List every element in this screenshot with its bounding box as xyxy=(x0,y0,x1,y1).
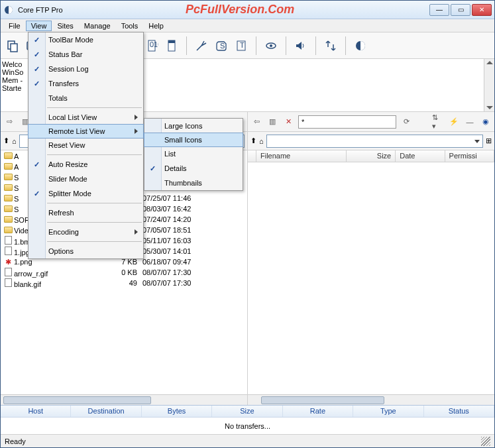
col-filename[interactable]: Filename xyxy=(256,150,347,162)
local-hscroll[interactable] xyxy=(1,394,247,405)
menuitem-slider-mode[interactable]: Slider Mode xyxy=(28,172,143,186)
submenuitem-large-icons[interactable]: Large Icons xyxy=(144,119,243,133)
maximize-button[interactable]: ▭ xyxy=(451,4,470,16)
app-icon xyxy=(3,5,14,15)
local-home-icon[interactable]: ⌂ xyxy=(12,137,17,145)
file-row[interactable]: blank.gif4908/07/07 17:30 xyxy=(1,278,247,288)
menuitem-refresh[interactable]: Refresh xyxy=(28,205,143,220)
transfer-queue: Host Destination Bytes Size Rate Type St… xyxy=(1,405,494,434)
qcol-size[interactable]: Size xyxy=(212,406,282,417)
globe-icon[interactable] xyxy=(351,36,370,55)
menu-help[interactable]: Help xyxy=(143,21,169,31)
menuitem-encoding[interactable]: Encoding xyxy=(28,225,143,239)
remote-refresh-icon[interactable]: ⟳ xyxy=(400,116,412,128)
col-date[interactable]: Date xyxy=(396,150,445,162)
menuitem-reset-view[interactable]: Reset View xyxy=(28,138,143,152)
remote-action-icon[interactable]: ⚡ xyxy=(448,116,460,128)
local-up-icon[interactable]: ⬆ xyxy=(3,137,9,145)
submenuitem-small-icons[interactable]: Small Icons xyxy=(144,133,243,147)
svg-text:S: S xyxy=(220,42,225,50)
menuitem-auto-resize[interactable]: Auto Resize xyxy=(28,157,143,172)
remote-filter-input[interactable] xyxy=(298,115,396,129)
menuitem-toolbar-mode[interactable]: ToolBar Mode xyxy=(28,32,143,47)
view-icon[interactable] xyxy=(262,36,280,55)
remote-delete-icon[interactable]: ✕ xyxy=(282,116,294,128)
remote-toolbar: ⇦ ▥ ✕ ⟳ ⇅ ▾ ⚡ — ◉ xyxy=(248,112,494,132)
remote-up-icon[interactable]: ⬆ xyxy=(250,137,256,145)
qcol-type[interactable]: Type xyxy=(353,406,423,417)
remote-stop-icon[interactable]: ◉ xyxy=(480,116,492,128)
submenuitem-thumbnails[interactable]: Thumbnails xyxy=(144,176,243,190)
svg-rect-2 xyxy=(11,44,17,52)
svg-text:010: 010 xyxy=(150,40,158,48)
remote-nav: ⬆ ⌂ ⊞ xyxy=(248,132,494,150)
template-icon[interactable]: T xyxy=(232,36,250,55)
file-row[interactable]: arrow_r.gif0 KB08/07/07 17:30 xyxy=(1,267,247,278)
col-size[interactable]: Size xyxy=(347,150,396,162)
menu-sites[interactable]: Sites xyxy=(52,21,78,31)
svg-text:T: T xyxy=(240,41,245,49)
svg-rect-16 xyxy=(168,40,175,43)
qcol-host[interactable]: Host xyxy=(1,406,71,417)
menu-manage[interactable]: Manage xyxy=(79,21,116,31)
remote-pane: ⇦ ▥ ✕ ⟳ ⇅ ▾ ⚡ — ◉ ⬆ ⌂ ⊞ Filename xyxy=(248,112,494,405)
qcol-status[interactable]: Status xyxy=(424,406,494,417)
menuitem-session-log[interactable]: Session Log xyxy=(28,62,143,76)
menu-tools[interactable]: Tools xyxy=(116,21,144,31)
menuitem-remote-list-view[interactable]: Remote List View xyxy=(28,124,144,139)
window-title: Core FTP Pro xyxy=(18,6,63,14)
remote-path-combo[interactable] xyxy=(266,135,483,148)
qcol-dest[interactable]: Destination xyxy=(71,406,141,417)
transfer-icon[interactable] xyxy=(321,36,340,55)
settings-icon[interactable] xyxy=(192,36,211,55)
qcol-bytes[interactable]: Bytes xyxy=(142,406,212,417)
doc3-icon[interactable] xyxy=(162,36,181,55)
remote-newfolder-icon[interactable]: ⊞ xyxy=(486,137,492,145)
minimize-button[interactable]: — xyxy=(429,4,449,16)
local-upload-icon[interactable]: ⇨ xyxy=(3,116,15,128)
remote-mode-icon[interactable]: ⇅ ▾ xyxy=(432,116,444,128)
log-left-gutter: WelcoWinSoMem -Starte xyxy=(1,59,27,111)
remote-home-icon[interactable]: ⌂ xyxy=(259,137,264,145)
remote-download-icon[interactable]: ⇦ xyxy=(250,116,262,128)
qcol-rate[interactable]: Rate xyxy=(283,406,353,417)
menuitem-transfers[interactable]: Transfers xyxy=(28,76,143,91)
remote-abort-icon[interactable]: — xyxy=(464,116,476,128)
menubar: File View Sites Manage Tools Help xyxy=(1,19,494,32)
log-scrollbar[interactable] xyxy=(484,59,494,111)
schedule-icon[interactable]: S xyxy=(212,36,231,55)
doc2-icon[interactable]: 010 xyxy=(142,36,161,55)
menu-view[interactable]: View xyxy=(26,21,52,31)
sound-icon[interactable] xyxy=(292,36,310,55)
menuitem-status-bar[interactable]: Status Bar xyxy=(28,47,143,62)
resize-grip[interactable] xyxy=(481,437,490,446)
menu-file[interactable]: File xyxy=(3,21,26,31)
status-text: Ready xyxy=(5,437,26,445)
svg-point-21 xyxy=(270,44,272,47)
remote-hscroll[interactable] xyxy=(248,394,494,405)
titlebar: Core FTP Pro — ▭ ✕ xyxy=(1,1,494,19)
view-dropdown: ToolBar ModeStatus BarSession LogTransfe… xyxy=(28,32,144,259)
remote-tree-icon[interactable]: ▥ xyxy=(266,116,278,128)
submenuitem-list[interactable]: List xyxy=(144,146,243,161)
menuitem-totals[interactable]: Totals xyxy=(28,91,143,105)
statusbar: Ready xyxy=(1,434,494,447)
remote-listview-submenu: Large IconsSmall IconsListDetailsThumbna… xyxy=(144,118,243,191)
remote-filelist[interactable]: Filename Size Date Permissi xyxy=(248,150,494,405)
connect-icon[interactable] xyxy=(3,36,22,55)
menuitem-options[interactable]: Options xyxy=(28,244,143,258)
close-button[interactable]: ✕ xyxy=(472,4,492,16)
menuitem-splitter-mode[interactable]: Splitter Mode xyxy=(28,186,143,201)
col-perm[interactable]: Permissi xyxy=(445,150,494,162)
menuitem-local-list-view[interactable]: Local List View xyxy=(28,110,143,125)
queue-empty-text: No transfers... xyxy=(1,418,494,434)
submenuitem-details[interactable]: Details xyxy=(144,161,243,176)
